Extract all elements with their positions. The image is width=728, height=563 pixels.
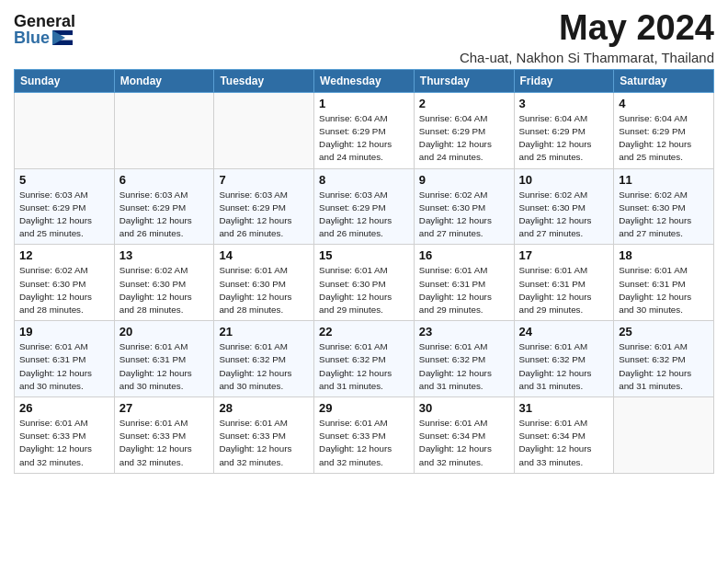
day-number: 11 — [619, 173, 709, 187]
month-title: May 2024 — [460, 9, 714, 48]
day-info: Sunrise: 6:01 AMSunset: 6:32 PMDaylight:… — [619, 340, 709, 393]
day-number: 24 — [519, 325, 609, 339]
calendar-day-cell: 4Sunrise: 6:04 AMSunset: 6:29 PMDaylight… — [614, 92, 714, 168]
day-info: Sunrise: 6:01 AMSunset: 6:33 PMDaylight:… — [219, 417, 309, 469]
weekday-header-cell: Saturday — [614, 69, 714, 92]
weekday-header-row: SundayMondayTuesdayWednesdayThursdayFrid… — [15, 69, 714, 92]
calendar-week-row: 12Sunrise: 6:02 AMSunset: 6:30 PMDayligh… — [15, 245, 714, 321]
day-info: Sunrise: 6:02 AMSunset: 6:30 PMDaylight:… — [619, 189, 709, 241]
day-info: Sunrise: 6:01 AMSunset: 6:31 PMDaylight:… — [519, 264, 609, 316]
weekday-header-cell: Monday — [114, 69, 214, 92]
day-number: 22 — [319, 325, 409, 339]
calendar-day-cell: 18Sunrise: 6:01 AMSunset: 6:31 PMDayligh… — [614, 245, 714, 321]
weekday-header-cell: Thursday — [414, 69, 514, 92]
weekday-header-cell: Wednesday — [314, 69, 415, 92]
day-info: Sunrise: 6:04 AMSunset: 6:29 PMDaylight:… — [419, 112, 509, 165]
day-number: 1 — [319, 97, 409, 110]
day-info: Sunrise: 6:01 AMSunset: 6:32 PMDaylight:… — [319, 340, 409, 393]
day-number: 14 — [219, 248, 309, 262]
calendar-day-cell: 26Sunrise: 6:01 AMSunset: 6:33 PMDayligh… — [15, 397, 115, 474]
day-number: 20 — [119, 325, 210, 339]
calendar-day-cell: 20Sunrise: 6:01 AMSunset: 6:31 PMDayligh… — [114, 321, 214, 397]
calendar-day-cell: 5Sunrise: 6:03 AMSunset: 6:29 PMDaylight… — [15, 168, 115, 245]
day-number: 4 — [619, 97, 709, 110]
calendar-day-cell: 16Sunrise: 6:01 AMSunset: 6:31 PMDayligh… — [414, 245, 514, 321]
calendar-day-cell: 3Sunrise: 6:04 AMSunset: 6:29 PMDaylight… — [514, 92, 614, 168]
day-number: 19 — [19, 325, 109, 339]
calendar-day-cell: 15Sunrise: 6:01 AMSunset: 6:30 PMDayligh… — [314, 245, 415, 321]
title-block: May 2024 Cha-uat, Nakhon Si Thammarat, T… — [460, 9, 714, 65]
day-number: 7 — [219, 173, 309, 187]
calendar-day-cell: 30Sunrise: 6:01 AMSunset: 6:34 PMDayligh… — [414, 397, 514, 474]
calendar-day-cell: 29Sunrise: 6:01 AMSunset: 6:33 PMDayligh… — [314, 397, 415, 474]
logo-general-text: General — [14, 13, 75, 29]
calendar-week-row: 5Sunrise: 6:03 AMSunset: 6:29 PMDaylight… — [15, 168, 714, 245]
calendar-week-row: 1Sunrise: 6:04 AMSunset: 6:29 PMDaylight… — [15, 92, 714, 168]
day-number: 10 — [519, 173, 609, 187]
day-number: 3 — [519, 97, 609, 110]
day-number: 17 — [519, 248, 609, 262]
day-info: Sunrise: 6:01 AMSunset: 6:31 PMDaylight:… — [619, 264, 709, 316]
day-info: Sunrise: 6:01 AMSunset: 6:33 PMDaylight:… — [319, 417, 409, 469]
page-header: General Blue May 2024 Cha-uat, Nakhon Si… — [14, 9, 714, 65]
weekday-header-cell: Sunday — [15, 69, 115, 92]
calendar-day-cell: 25Sunrise: 6:01 AMSunset: 6:32 PMDayligh… — [614, 321, 714, 397]
calendar-body: 1Sunrise: 6:04 AMSunset: 6:29 PMDaylight… — [15, 92, 714, 473]
day-info: Sunrise: 6:01 AMSunset: 6:32 PMDaylight:… — [419, 340, 509, 393]
calendar-day-cell — [614, 397, 714, 474]
day-number: 27 — [119, 401, 210, 415]
day-number: 31 — [519, 401, 609, 415]
calendar-day-cell — [15, 92, 115, 168]
day-info: Sunrise: 6:02 AMSunset: 6:30 PMDaylight:… — [119, 264, 210, 316]
day-info: Sunrise: 6:01 AMSunset: 6:33 PMDaylight:… — [19, 417, 109, 469]
calendar-week-row: 26Sunrise: 6:01 AMSunset: 6:33 PMDayligh… — [15, 397, 714, 474]
calendar-day-cell: 2Sunrise: 6:04 AMSunset: 6:29 PMDaylight… — [414, 92, 514, 168]
day-info: Sunrise: 6:01 AMSunset: 6:34 PMDaylight:… — [419, 417, 509, 469]
calendar-table: SundayMondayTuesdayWednesdayThursdayFrid… — [14, 69, 714, 474]
calendar-day-cell: 8Sunrise: 6:03 AMSunset: 6:29 PMDaylight… — [314, 168, 415, 245]
day-info: Sunrise: 6:03 AMSunset: 6:29 PMDaylight:… — [119, 189, 210, 241]
day-info: Sunrise: 6:03 AMSunset: 6:29 PMDaylight:… — [19, 189, 109, 241]
day-number: 25 — [619, 325, 709, 339]
day-info: Sunrise: 6:01 AMSunset: 6:30 PMDaylight:… — [219, 264, 309, 316]
day-number: 6 — [119, 173, 210, 187]
day-info: Sunrise: 6:01 AMSunset: 6:32 PMDaylight:… — [219, 340, 309, 393]
day-info: Sunrise: 6:01 AMSunset: 6:31 PMDaylight:… — [19, 340, 109, 393]
calendar-day-cell: 17Sunrise: 6:01 AMSunset: 6:31 PMDayligh… — [514, 245, 614, 321]
day-number: 30 — [419, 401, 509, 415]
day-number: 5 — [19, 173, 109, 187]
logo-blue-text: Blue — [14, 29, 73, 46]
day-number: 15 — [319, 248, 409, 262]
day-info: Sunrise: 6:01 AMSunset: 6:32 PMDaylight:… — [519, 340, 609, 393]
calendar-day-cell: 24Sunrise: 6:01 AMSunset: 6:32 PMDayligh… — [514, 321, 614, 397]
day-info: Sunrise: 6:01 AMSunset: 6:31 PMDaylight:… — [119, 340, 210, 393]
day-info: Sunrise: 6:02 AMSunset: 6:30 PMDaylight:… — [519, 189, 609, 241]
day-number: 16 — [419, 248, 509, 262]
day-number: 13 — [119, 248, 210, 262]
day-info: Sunrise: 6:02 AMSunset: 6:30 PMDaylight:… — [19, 264, 109, 316]
day-info: Sunrise: 6:01 AMSunset: 6:30 PMDaylight:… — [319, 264, 409, 316]
weekday-header-cell: Tuesday — [214, 69, 314, 92]
calendar-day-cell: 27Sunrise: 6:01 AMSunset: 6:33 PMDayligh… — [114, 397, 214, 474]
calendar-day-cell: 22Sunrise: 6:01 AMSunset: 6:32 PMDayligh… — [314, 321, 415, 397]
calendar-day-cell: 11Sunrise: 6:02 AMSunset: 6:30 PMDayligh… — [614, 168, 714, 245]
day-number: 23 — [419, 325, 509, 339]
calendar-day-cell: 12Sunrise: 6:02 AMSunset: 6:30 PMDayligh… — [15, 245, 115, 321]
calendar-day-cell: 28Sunrise: 6:01 AMSunset: 6:33 PMDayligh… — [214, 397, 314, 474]
day-info: Sunrise: 6:01 AMSunset: 6:34 PMDaylight:… — [519, 417, 609, 469]
day-info: Sunrise: 6:03 AMSunset: 6:29 PMDaylight:… — [319, 189, 409, 241]
calendar-day-cell — [214, 92, 314, 168]
calendar-week-row: 19Sunrise: 6:01 AMSunset: 6:31 PMDayligh… — [15, 321, 714, 397]
location-title: Cha-uat, Nakhon Si Thammarat, Thailand — [460, 50, 714, 65]
calendar-day-cell: 21Sunrise: 6:01 AMSunset: 6:32 PMDayligh… — [214, 321, 314, 397]
calendar-day-cell: 19Sunrise: 6:01 AMSunset: 6:31 PMDayligh… — [15, 321, 115, 397]
calendar-day-cell: 13Sunrise: 6:02 AMSunset: 6:30 PMDayligh… — [114, 245, 214, 321]
calendar-day-cell: 23Sunrise: 6:01 AMSunset: 6:32 PMDayligh… — [414, 321, 514, 397]
day-number: 8 — [319, 173, 409, 187]
day-info: Sunrise: 6:01 AMSunset: 6:33 PMDaylight:… — [119, 417, 210, 469]
day-info: Sunrise: 6:04 AMSunset: 6:29 PMDaylight:… — [619, 112, 709, 165]
day-number: 18 — [619, 248, 709, 262]
day-number: 28 — [219, 401, 309, 415]
day-info: Sunrise: 6:02 AMSunset: 6:30 PMDaylight:… — [419, 189, 509, 241]
calendar-day-cell: 14Sunrise: 6:01 AMSunset: 6:30 PMDayligh… — [214, 245, 314, 321]
